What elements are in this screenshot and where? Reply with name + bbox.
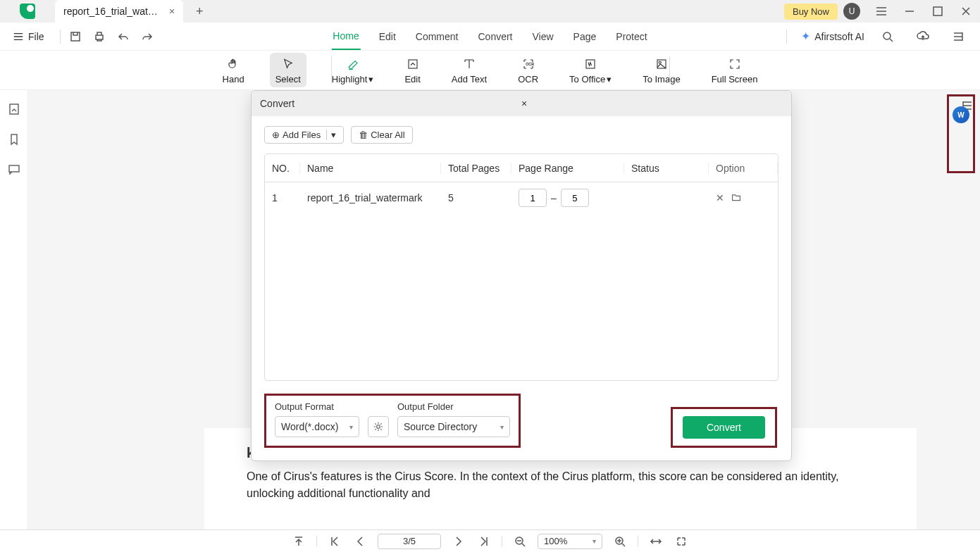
app-logo [0,0,55,23]
th-total-pages: Total Pages [441,163,511,174]
chevron-down-icon: ▾ [349,423,353,431]
cloud-upload-icon[interactable] [911,23,935,51]
tool-highlight[interactable]: Highlight▾ [326,53,380,87]
svg-rect-4 [409,60,417,68]
ribbon-toolbar: Hand Select Highlight▾ Edit Add Text OCR… [0,51,980,90]
dialog-bottom: Output Format Word(*.docx) ▾ Output Fold… [252,381,791,460]
edit-icon [407,56,419,73]
convert-dialog: Convert × ⊕ Add Files ▾ 🗑 Clear All NO. … [251,90,792,461]
svg-rect-1 [71,32,80,41]
main-area: key Features of Cirus One of Cirus's fea… [0,90,980,529]
output-settings-icon[interactable] [368,416,389,437]
tool-select[interactable]: Select [270,53,306,87]
page-indicator[interactable]: 3/5 [378,534,441,549]
table-row[interactable]: 1 report_16_trial_watermark 5 – ✕ [265,182,778,213]
chevron-down-icon: ▾ [500,423,504,431]
panel-toggle-icon[interactable] [946,23,970,51]
ocr-icon: OCR [522,56,535,73]
menu-page[interactable]: Page [572,23,598,50]
ai-button[interactable]: ✦ Afirstsoft AI [801,30,864,43]
zoom-select[interactable]: 100% ▾ [538,534,602,549]
svg-text:OCR: OCR [526,62,534,66]
tab-title: report_16_trial_watermar... [63,6,162,17]
prev-page-icon[interactable] [352,534,368,549]
undo-icon[interactable] [111,23,135,51]
output-folder-select[interactable]: Source Directory ▾ [397,416,510,437]
last-page-icon[interactable] [476,534,492,549]
sparkle-icon: ✦ [801,30,810,43]
menu-home[interactable]: Home [331,23,360,50]
tool-hand[interactable]: Hand [217,53,250,87]
th-no: NO. [265,163,300,174]
fit-page-icon[interactable] [674,534,689,549]
first-page-icon[interactable] [327,534,342,549]
convert-button-highlight: Convert [671,407,777,448]
close-tab-icon[interactable]: × [169,6,175,17]
app-menu-icon[interactable] [867,0,895,23]
th-option: Option [709,163,778,174]
remove-row-icon[interactable]: ✕ [716,192,724,204]
page-range-from-input[interactable] [519,189,547,207]
tool-edit[interactable]: Edit [399,53,426,87]
menu-edit[interactable]: Edit [378,23,397,50]
dialog-close-icon[interactable]: × [521,98,783,109]
chevron-down-icon[interactable]: ▾ [326,130,336,140]
scroll-top-icon[interactable] [291,534,306,549]
tool-to-office[interactable]: To Office▾ [564,53,617,87]
zoom-out-icon[interactable] [512,534,528,549]
thumbnails-icon[interactable] [8,103,20,118]
th-status: Status [624,163,709,174]
minimize-icon[interactable] [895,0,924,23]
page-body: One of Cirus's features is the Cirus Sco… [247,468,874,502]
tool-ocr[interactable]: OCR OCR [512,53,544,87]
tool-full-screen[interactable]: Full Screen [706,53,764,87]
redo-icon[interactable] [135,23,159,51]
cell-option: ✕ [709,192,778,204]
full-screen-icon [728,56,741,73]
hamburger-icon [13,31,24,42]
print-icon[interactable] [87,23,111,51]
output-folder-field: Output Folder Source Directory ▾ [397,401,510,437]
main-menu: Home Edit Comment Convert View Page Prot… [331,23,648,50]
menu-view[interactable]: View [531,23,555,50]
page-range-to-input[interactable] [561,189,589,207]
dialog-titlebar[interactable]: Convert × [252,91,791,116]
document-tab[interactable]: report_16_trial_watermar... × [55,0,183,23]
files-table: NO. Name Total Pages Page Range Status O… [264,153,779,381]
svg-point-11 [377,425,380,429]
zoom-in-icon[interactable] [612,534,628,549]
bookmark-icon[interactable] [8,133,20,148]
save-icon[interactable] [63,23,87,51]
new-tab-button[interactable]: + [189,1,210,22]
clear-all-button[interactable]: 🗑 Clear All [351,126,412,144]
document-canvas[interactable]: key Features of Cirus One of Cirus's fea… [28,90,980,529]
buy-now-button[interactable]: Buy Now [784,4,838,20]
statusbar: 3/5 100% ▾ [0,529,980,552]
search-icon[interactable] [876,23,900,51]
open-folder-icon[interactable] [731,192,741,204]
next-page-icon[interactable] [451,534,466,549]
user-avatar[interactable]: U [843,3,860,20]
file-menu-button[interactable]: File [0,31,57,42]
menu-comment[interactable]: Comment [414,23,460,50]
highlight-icon [347,56,359,73]
add-files-button[interactable]: ⊕ Add Files ▾ [264,126,344,144]
comments-panel-icon[interactable] [8,163,20,178]
output-format-field: Output Format Word(*.docx) ▾ [275,401,359,437]
file-label: File [28,31,44,42]
svg-rect-6 [586,60,595,68]
cursor-icon [282,56,294,73]
th-name: Name [300,163,441,174]
output-format-select[interactable]: Word(*.docx) ▾ [275,416,359,437]
convert-button[interactable]: Convert [683,416,765,439]
menu-protect[interactable]: Protect [614,23,648,50]
hand-icon [227,56,240,73]
tool-to-image[interactable]: To Image [637,53,686,87]
chevron-down-icon: ▾ [593,537,596,545]
fit-width-icon[interactable] [648,534,664,549]
close-window-icon[interactable] [952,0,980,23]
tool-add-text[interactable]: Add Text [446,53,492,87]
word-icon[interactable]: W [953,106,969,123]
maximize-icon[interactable] [924,0,952,23]
menu-convert[interactable]: Convert [476,23,514,50]
